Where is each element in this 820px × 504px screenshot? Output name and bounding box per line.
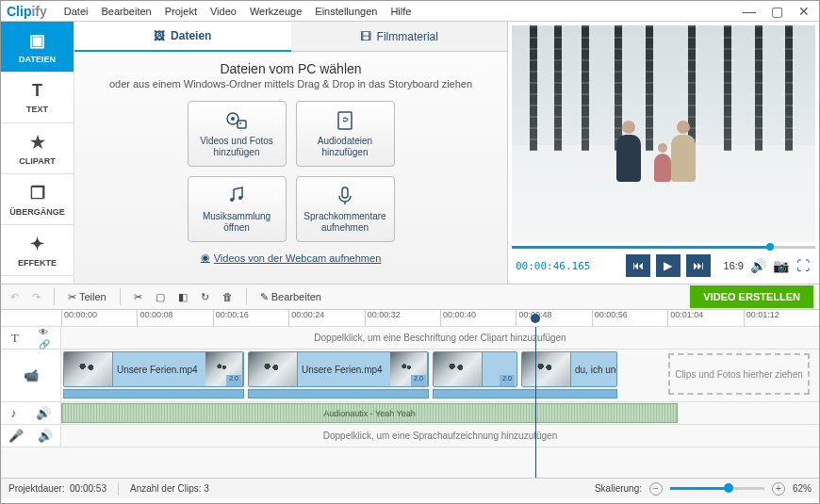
- text-icon: T: [32, 81, 42, 101]
- snapshot-icon[interactable]: 📷: [772, 258, 789, 273]
- reel-icon: [225, 109, 248, 132]
- import-panel: 🖼 Dateien 🎞 Filmmaterial Dateien vom PC …: [74, 22, 508, 284]
- webcam-icon: ◉: [201, 252, 210, 264]
- sidebar-item-clipart[interactable]: ★ CLIPART: [1, 123, 74, 174]
- transition-segment[interactable]: [433, 389, 617, 398]
- tab-files[interactable]: 🖼 Dateien: [74, 22, 291, 52]
- svg-point-3: [239, 122, 241, 124]
- import-audio-button[interactable]: Audiodateien hinzufügen: [296, 101, 395, 167]
- mic-icon: [334, 185, 356, 207]
- preview-timecode: 00:00:46.165: [516, 260, 620, 272]
- redo-button[interactable]: ↷: [28, 289, 44, 305]
- fullscreen-icon[interactable]: ⛶: [795, 258, 812, 273]
- create-video-button[interactable]: VIDEO ERSTELLEN: [690, 285, 813, 308]
- split-button[interactable]: ✂ Teilen: [64, 289, 110, 305]
- import-video-button[interactable]: Videos und Fotos hinzufügen: [188, 101, 287, 167]
- menu-tools[interactable]: Werkzeuge: [250, 6, 302, 17]
- clip-duration-tag: 2.0: [500, 375, 515, 386]
- transition-segment[interactable]: [248, 389, 429, 398]
- zoom-in-button[interactable]: +: [772, 482, 785, 496]
- video-track[interactable]: Unsere Ferien.mp42.0Unsere Ferien.mp42.0…: [61, 350, 819, 401]
- svg-point-1: [231, 117, 235, 121]
- menu-project[interactable]: Projekt: [165, 6, 197, 17]
- undo-button[interactable]: ↶: [7, 289, 23, 305]
- edit-button[interactable]: ✎ Bearbeiten: [256, 289, 325, 305]
- aspect-ratio[interactable]: 16:9: [724, 260, 744, 271]
- delete-button[interactable]: 🗑: [219, 289, 237, 304]
- mute-icon[interactable]: 🔊: [36, 406, 51, 420]
- music-icon: [225, 185, 248, 207]
- sidebar-item-label: TEXT: [26, 105, 48, 114]
- sidebar-item-transitions[interactable]: ❐ ÜBERGÄNGE: [1, 174, 74, 225]
- svg-rect-4: [338, 112, 352, 129]
- video-track-icon: 📹: [24, 368, 39, 382]
- preview-panel: 00:00:46.165 ⏮ ▶ ⏭ 16:9 🔊 📷 ⛶: [508, 22, 819, 284]
- film-icon: 🎞: [360, 30, 371, 43]
- svg-point-5: [230, 198, 234, 202]
- time-ruler[interactable]: 00:00:00 00:00:08 00:00:16 00:00:24 00:0…: [1, 310, 819, 327]
- playhead-handle[interactable]: [531, 314, 540, 323]
- cut-button[interactable]: ✂: [130, 289, 146, 305]
- sidebar-item-label: DATEIEN: [19, 55, 56, 64]
- layers-icon: ❐: [30, 183, 45, 203]
- volume-icon[interactable]: 🔊: [749, 258, 766, 273]
- clip-label: du, ich und wir: [571, 365, 617, 375]
- menu-help[interactable]: Hilfe: [390, 6, 411, 17]
- drop-zone[interactable]: Clips und Fotos hierher ziehen: [668, 353, 810, 395]
- menu-file[interactable]: Datei: [64, 6, 89, 17]
- zoom-out-button[interactable]: −: [649, 482, 663, 496]
- menu-video[interactable]: Video: [210, 6, 237, 17]
- sidebar: ▣ DATEIEN T TEXT ★ CLIPART ❐ ÜBERGÄNGE ✦…: [1, 22, 74, 284]
- preview-video[interactable]: [512, 25, 815, 242]
- audio-clip[interactable]: Audionautix - Yeah Yeah: [61, 403, 678, 423]
- sidebar-item-files[interactable]: ▣ DATEIEN: [1, 22, 74, 73]
- window-maximize-icon[interactable]: ▢: [767, 4, 787, 19]
- audio-track[interactable]: Audionautix - Yeah Yeah: [61, 402, 819, 424]
- preview-scrubber[interactable]: [512, 242, 815, 252]
- image-icon: ▣: [29, 30, 45, 51]
- prev-button[interactable]: ⏮: [626, 254, 650, 277]
- video-clip[interactable]: Unsere Ferien.mp42.0: [63, 351, 244, 387]
- text-track-icon: T: [11, 331, 19, 346]
- zoom-value: 62%: [793, 483, 812, 494]
- import-title: Dateien vom PC wählen: [93, 61, 488, 76]
- menu-settings[interactable]: Einstellungen: [315, 6, 377, 17]
- svg-rect-7: [342, 187, 348, 198]
- window-close-icon[interactable]: ✕: [795, 4, 813, 19]
- text-track[interactable]: Doppelklick, um eine Beschriftung oder C…: [61, 327, 819, 349]
- files-icon: 🖼: [154, 29, 165, 42]
- next-button[interactable]: ⏭: [686, 254, 711, 277]
- clip-duration-tag: 2.0: [226, 375, 241, 386]
- sidebar-item-label: EFFEKTE: [18, 258, 57, 268]
- star-icon: ★: [30, 132, 45, 153]
- import-subtitle: oder aus einem Windows-Ordner mittels Dr…: [93, 78, 488, 89]
- video-clip[interactable]: 2.0: [433, 351, 517, 387]
- import-voice-button[interactable]: Sprachkommentare aufnehmen: [296, 176, 395, 242]
- rotate-button[interactable]: ↻: [197, 289, 213, 305]
- sidebar-item-label: ÜBERGÄNGE: [9, 207, 65, 217]
- video-clip[interactable]: Unsere Ferien.mp42.0: [248, 351, 429, 387]
- sidebar-item-effects[interactable]: ✦ EFFEKTE: [1, 225, 74, 276]
- import-music-button[interactable]: Musiksammlung öffnen: [188, 176, 287, 242]
- visibility-icon[interactable]: 👁: [39, 327, 50, 337]
- voice-track-icon: 🎤: [8, 429, 24, 443]
- mute-icon[interactable]: 🔊: [38, 429, 53, 443]
- voice-track[interactable]: Doppelklick, um eine Sprachaufzeichnung …: [61, 425, 819, 447]
- menu-edit[interactable]: Bearbeiten: [101, 6, 151, 17]
- window-minimize-icon[interactable]: ―: [739, 4, 760, 19]
- svg-point-6: [238, 196, 242, 200]
- webcam-link[interactable]: ◉ Videos von der Webcam aufnehmen: [201, 252, 382, 264]
- timeline-toolbar: ↶ ↷ ✂ Teilen ✂ ▢ ◧ ↻ 🗑 ✎ Bearbeiten VIDE…: [1, 284, 819, 310]
- clip-label: Unsere Ferien.mp4: [298, 365, 386, 375]
- play-button[interactable]: ▶: [656, 254, 681, 277]
- timeline: T 👁 🔗 Doppelklick, um eine Beschriftung …: [1, 327, 819, 478]
- zoom-slider[interactable]: [670, 487, 764, 490]
- crop-button[interactable]: ▢: [152, 289, 169, 305]
- tab-stock[interactable]: 🎞 Filmmaterial: [291, 22, 508, 52]
- audiofile-icon: [334, 109, 356, 132]
- stabilize-button[interactable]: ◧: [174, 289, 191, 305]
- transition-segment[interactable]: [63, 389, 244, 398]
- sidebar-item-text[interactable]: T TEXT: [1, 73, 74, 123]
- menu-bar: Datei Bearbeiten Projekt Video Werkzeuge…: [64, 6, 739, 17]
- link-icon[interactable]: 🔗: [39, 339, 50, 350]
